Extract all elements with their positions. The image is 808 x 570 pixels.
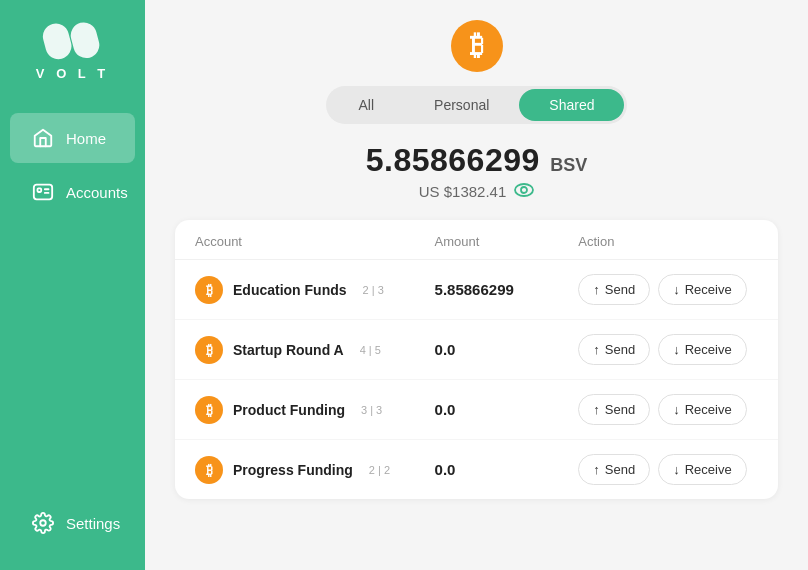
svg-point-6 xyxy=(40,520,46,526)
receive-button-3[interactable]: ↓ Receive xyxy=(658,454,746,485)
svg-rect-3 xyxy=(38,188,42,192)
svg-text:₿: ₿ xyxy=(470,30,484,61)
balance-display: 5.85866299 BSV xyxy=(366,142,588,179)
svg-rect-1 xyxy=(68,20,102,60)
account-cell-1: ₿ Startup Round A 4 | 5 xyxy=(195,336,435,364)
send-button-2[interactable]: ↑ Send xyxy=(578,394,650,425)
settings-label: Settings xyxy=(66,515,120,532)
svg-text:₿: ₿ xyxy=(206,281,213,297)
account-badge-3: 2 | 2 xyxy=(369,464,390,476)
account-cell-0: ₿ Education Funds 2 | 3 xyxy=(195,276,435,304)
sidebar-home-label: Home xyxy=(66,130,106,147)
sidebar-item-home[interactable]: Home xyxy=(10,113,135,163)
send-button-1[interactable]: ↑ Send xyxy=(578,334,650,365)
account-cell-3: ₿ Progress Funding 2 | 2 xyxy=(195,456,435,484)
table-row: ₿ Product Funding 3 | 3 0.0 ↑ Send ↓ Rec… xyxy=(175,380,778,440)
action-cell-1: ↑ Send ↓ Receive xyxy=(578,334,758,365)
receive-button-1[interactable]: ↓ Receive xyxy=(658,334,746,365)
send-icon-2: ↑ xyxy=(593,402,600,417)
receive-label-1: Receive xyxy=(685,342,732,357)
amount-cell-0: 5.85866299 xyxy=(435,281,579,298)
settings-icon xyxy=(32,512,54,534)
main-content: ₿ All Personal Shared 5.85866299 BSV US … xyxy=(145,0,808,570)
svg-rect-2 xyxy=(34,185,52,200)
receive-icon-1: ↓ xyxy=(673,342,680,357)
account-cell-2: ₿ Product Funding 3 | 3 xyxy=(195,396,435,424)
sidebar: V O L T Home Accounts Setting xyxy=(0,0,145,570)
tab-shared[interactable]: Shared xyxy=(519,89,624,121)
account-name-2: Product Funding xyxy=(233,402,345,418)
send-icon-3: ↑ xyxy=(593,462,600,477)
svg-text:₿: ₿ xyxy=(206,341,213,357)
receive-button-0[interactable]: ↓ Receive xyxy=(658,274,746,305)
svg-text:₿: ₿ xyxy=(206,401,213,417)
sidebar-accounts-label: Accounts xyxy=(66,184,128,201)
send-label-3: Send xyxy=(605,462,635,477)
send-icon-1: ↑ xyxy=(593,342,600,357)
sidebar-logo: V O L T xyxy=(36,20,109,81)
send-button-0[interactable]: ↑ Send xyxy=(578,274,650,305)
balance-header: ₿ All Personal Shared 5.85866299 BSV US … xyxy=(175,20,778,200)
send-label-0: Send xyxy=(605,282,635,297)
tab-personal[interactable]: Personal xyxy=(404,89,519,121)
send-icon-0: ↑ xyxy=(593,282,600,297)
wallet-type-tabs: All Personal Shared xyxy=(326,86,628,124)
amount-cell-1: 0.0 xyxy=(435,341,579,358)
accounts-icon xyxy=(32,181,54,203)
account-badge-2: 3 | 3 xyxy=(361,404,382,416)
svg-rect-0 xyxy=(42,21,74,60)
amount-cell-2: 0.0 xyxy=(435,401,579,418)
sidebar-item-settings[interactable]: Settings xyxy=(10,498,135,548)
action-cell-3: ↑ Send ↓ Receive xyxy=(578,454,758,485)
receive-icon-3: ↓ xyxy=(673,462,680,477)
action-cell-2: ↑ Send ↓ Receive xyxy=(578,394,758,425)
col-action: Action xyxy=(578,234,758,249)
home-icon xyxy=(32,127,54,149)
amount-cell-3: 0.0 xyxy=(435,461,579,478)
account-name-0: Education Funds xyxy=(233,282,347,298)
svg-point-10 xyxy=(521,187,527,193)
account-btc-icon-3: ₿ xyxy=(195,456,223,484)
table-row: ₿ Education Funds 2 | 3 5.85866299 ↑ Sen… xyxy=(175,260,778,320)
receive-label-2: Receive xyxy=(685,402,732,417)
send-button-3[interactable]: ↑ Send xyxy=(578,454,650,485)
balance-currency: BSV xyxy=(550,155,587,175)
sidebar-navigation: Home Accounts xyxy=(0,111,145,496)
sidebar-item-accounts[interactable]: Accounts xyxy=(10,167,135,217)
receive-label-3: Receive xyxy=(685,462,732,477)
account-btc-icon-0: ₿ xyxy=(195,276,223,304)
balance-usd-row: US $1382.41 xyxy=(419,183,535,200)
account-btc-icon-1: ₿ xyxy=(195,336,223,364)
volt-logo-icon xyxy=(42,20,102,60)
col-amount: Amount xyxy=(435,234,579,249)
accounts-table: Account Amount Action ₿ Education Funds … xyxy=(175,220,778,499)
table-row: ₿ Progress Funding 2 | 2 0.0 ↑ Send ↓ Re… xyxy=(175,440,778,499)
account-btc-icon-2: ₿ xyxy=(195,396,223,424)
receive-icon-0: ↓ xyxy=(673,282,680,297)
receive-icon-2: ↓ xyxy=(673,402,680,417)
visibility-toggle-icon[interactable] xyxy=(514,183,534,200)
account-badge-1: 4 | 5 xyxy=(360,344,381,356)
tab-all[interactable]: All xyxy=(329,89,405,121)
send-label-2: Send xyxy=(605,402,635,417)
logo-text: V O L T xyxy=(36,66,109,81)
sidebar-bottom: Settings xyxy=(0,496,145,550)
col-account: Account xyxy=(195,234,435,249)
account-badge-0: 2 | 3 xyxy=(363,284,384,296)
balance-usd-value: US $1382.41 xyxy=(419,183,507,200)
receive-button-2[interactable]: ↓ Receive xyxy=(658,394,746,425)
account-name-3: Progress Funding xyxy=(233,462,353,478)
balance-amount: 5.85866299 xyxy=(366,142,540,178)
account-name-1: Startup Round A xyxy=(233,342,344,358)
table-row: ₿ Startup Round A 4 | 5 0.0 ↑ Send ↓ Rec… xyxy=(175,320,778,380)
receive-label-0: Receive xyxy=(685,282,732,297)
bitcoin-icon: ₿ xyxy=(451,20,503,72)
action-cell-0: ↑ Send ↓ Receive xyxy=(578,274,758,305)
send-label-1: Send xyxy=(605,342,635,357)
svg-point-9 xyxy=(515,184,533,196)
svg-text:₿: ₿ xyxy=(206,461,213,477)
table-header: Account Amount Action xyxy=(175,220,778,260)
